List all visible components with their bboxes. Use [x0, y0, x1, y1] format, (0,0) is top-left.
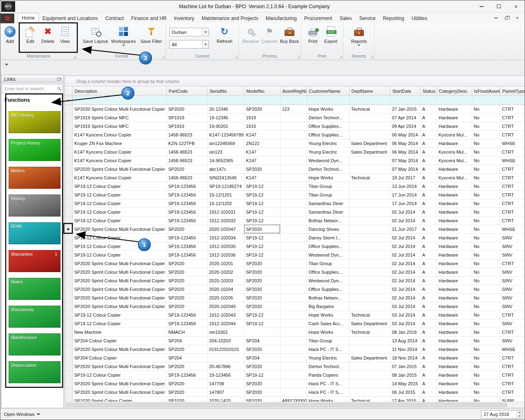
- cell[interactable]: SP19-123456: [166, 242, 207, 250]
- cell[interactable]: [349, 285, 390, 293]
- cell[interactable]: Samanthas Diner: [307, 208, 349, 216]
- cell[interactable]: [280, 311, 307, 319]
- cell[interactable]: SP19-12 Colour Copier: [72, 319, 166, 328]
- cell[interactable]: [349, 113, 390, 122]
- cell[interactable]: 19-123456: [207, 371, 244, 379]
- cell[interactable]: A: [420, 233, 437, 242]
- filter-cell-partcode[interactable]: [166, 96, 207, 105]
- cell[interactable]: SP2020: [244, 276, 280, 285]
- cell[interactable]: No: [472, 199, 500, 208]
- cell[interactable]: A: [420, 268, 437, 276]
- cell[interactable]: SUPP: [500, 396, 525, 402]
- cell[interactable]: 02 Jul 2014: [390, 259, 420, 268]
- cell[interactable]: No: [472, 156, 500, 165]
- cell[interactable]: [280, 208, 307, 216]
- cell[interactable]: Hardware: [437, 139, 472, 147]
- cell[interactable]: [244, 328, 280, 336]
- cell[interactable]: SP204: [244, 353, 280, 362]
- cell[interactable]: Office Supplies...: [307, 130, 349, 139]
- cell[interactable]: A: [420, 173, 437, 182]
- cell[interactable]: SP19-12: [244, 242, 280, 250]
- cell[interactable]: SP19-123456: [166, 233, 207, 242]
- cell[interactable]: SP19-12 Colour Copier: [72, 242, 166, 250]
- cell[interactable]: SP2020: [166, 225, 207, 233]
- cell[interactable]: SINV: [500, 250, 525, 259]
- save-layout-button[interactable]: Save Layout: [82, 25, 108, 44]
- cell[interactable]: SIN32413546: [207, 173, 244, 182]
- cell[interactable]: A: [420, 293, 437, 302]
- cell[interactable]: SINV: [500, 268, 525, 276]
- cell[interactable]: SP19-123456: [166, 182, 207, 190]
- table-row[interactable]: SP2020 Sprint Colour Multi Functional Co…: [65, 276, 525, 285]
- cell[interactable]: [349, 345, 390, 353]
- cell[interactable]: abc147c: [207, 165, 244, 173]
- cell[interactable]: SP2020 Sprint Colour Multi Functional Co…: [72, 276, 166, 285]
- cell[interactable]: SP2020: [244, 379, 280, 388]
- cell[interactable]: K147: [244, 147, 280, 156]
- cell[interactable]: 06 May 2014: [390, 139, 420, 147]
- cell[interactable]: [349, 233, 390, 242]
- function-button-wo-history[interactable]: WO History: [9, 111, 61, 133]
- cell[interactable]: 19-12345: [207, 113, 244, 122]
- cell[interactable]: 06 May 2014: [390, 130, 420, 139]
- cell[interactable]: SP204: [166, 336, 207, 345]
- cell[interactable]: SP19-12 Colour Copier: [72, 216, 166, 225]
- cell[interactable]: No: [472, 371, 500, 379]
- filter-dropdown[interactable]: All: [169, 40, 209, 49]
- table-row[interactable]: SP19-12 Colour CopierSP19-1234561912-102…: [65, 319, 525, 328]
- cell[interactable]: CTRT: [500, 182, 525, 190]
- cell[interactable]: No: [472, 139, 500, 147]
- cell[interactable]: Hardware: [437, 293, 472, 302]
- cell[interactable]: [349, 225, 390, 233]
- cell[interactable]: CTRT: [500, 113, 525, 122]
- cell[interactable]: CTRT: [500, 311, 525, 319]
- workspaces-button[interactable]: Workspaces: [110, 25, 137, 46]
- cell[interactable]: No: [472, 216, 500, 225]
- cell[interactable]: 20-457896: [207, 362, 244, 371]
- cell[interactable]: CTRT: [500, 199, 525, 208]
- cell[interactable]: No: [472, 268, 500, 276]
- cell[interactable]: SP2020 Sprint Colour Multi Functional Co…: [72, 165, 166, 173]
- cell[interactable]: Sales Department: [349, 139, 390, 147]
- cell[interactable]: 08 Jan 2015: [390, 371, 420, 379]
- cell[interactable]: [349, 336, 390, 345]
- cell[interactable]: Technical: [349, 311, 390, 319]
- cell[interactable]: No: [472, 328, 500, 336]
- cell[interactable]: 07 Jan 2015: [390, 362, 420, 371]
- cell[interactable]: 02 Jul 2014: [390, 233, 420, 242]
- cell[interactable]: A: [420, 388, 437, 396]
- cell[interactable]: No: [472, 293, 500, 302]
- cell[interactable]: 2020-10203: [207, 276, 244, 285]
- cell[interactable]: SP2020 Sprint Colour Multi Functional Co…: [72, 268, 166, 276]
- cell[interactable]: [349, 362, 390, 371]
- cell[interactable]: A: [420, 199, 437, 208]
- filter-cell-isfixedasset[interactable]: [472, 96, 500, 105]
- mdi-restore-button[interactable]: [503, 15, 510, 21]
- table-row[interactable]: SP19-12 Colour CopierSP19-12345619-12/12…: [65, 190, 525, 199]
- cell[interactable]: No: [472, 319, 500, 328]
- column-header-partcode[interactable]: PartCode: [166, 87, 207, 96]
- table-row[interactable]: SP2020 Sprint Colour Multi Functional Co…: [65, 302, 525, 311]
- cell[interactable]: No: [472, 250, 500, 259]
- cell[interactable]: 147807: [207, 388, 244, 396]
- cell[interactable]: Technical: [349, 105, 390, 113]
- cell[interactable]: 1912-102036: [207, 250, 244, 259]
- cell[interactable]: Hardware: [437, 345, 472, 353]
- cell[interactable]: Office Supplies...: [307, 285, 349, 293]
- cell[interactable]: Hack PC - IT S...: [307, 379, 349, 388]
- cell[interactable]: No: [472, 190, 500, 199]
- cell[interactable]: Hardware: [437, 319, 472, 328]
- tab-service[interactable]: Service: [355, 14, 379, 23]
- cell[interactable]: 02 Jul 2014: [390, 268, 420, 276]
- cell[interactable]: SINV: [500, 233, 525, 242]
- cell[interactable]: CTRT: [500, 122, 525, 130]
- cell[interactable]: SP19-12: [244, 216, 280, 225]
- cell[interactable]: 02 Jul 2014: [390, 276, 420, 285]
- cell[interactable]: Panda Copiers: [307, 371, 349, 379]
- cell[interactable]: Hardware: [437, 311, 472, 319]
- cell[interactable]: 17 Jun 2014: [390, 190, 420, 199]
- cell[interactable]: SP2020: [244, 362, 280, 371]
- cell[interactable]: A: [420, 311, 437, 319]
- filter-cell-categorydesc[interactable]: [437, 96, 472, 105]
- column-header-customername[interactable]: CustomerName: [307, 87, 349, 96]
